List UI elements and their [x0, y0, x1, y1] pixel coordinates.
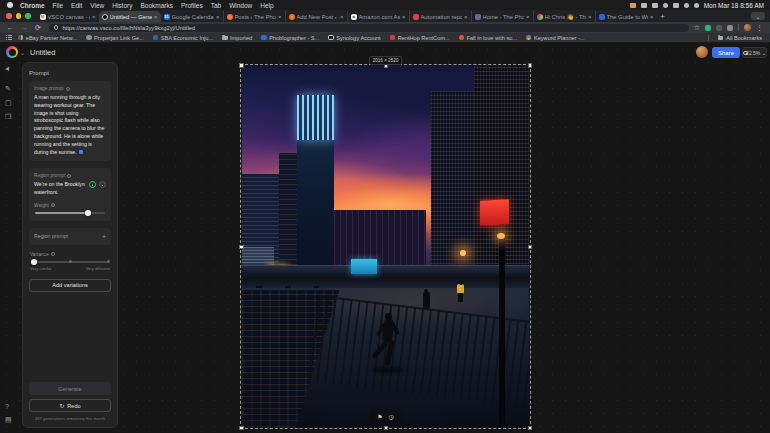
- tab-add-new-post[interactable]: Add New Post ‹ The Phoblo... ×: [285, 11, 347, 22]
- zoom-control[interactable]: 22.5% ⌄: [742, 47, 767, 58]
- chrome-menu-icon[interactable]: ⋮: [756, 24, 763, 32]
- bluetooth-icon[interactable]: [663, 3, 668, 8]
- bookmark-synology[interactable]: Synology Account: [328, 35, 380, 41]
- bookmark-properjan[interactable]: Properjan Link Ge...: [86, 35, 144, 41]
- chevron-down-icon[interactable]: ⌄: [20, 49, 25, 56]
- cursor-tool-icon[interactable]: ➤: [3, 64, 13, 73]
- share-button[interactable]: Share: [712, 47, 740, 58]
- tab-close-icon[interactable]: ×: [92, 14, 96, 20]
- bookmark-renthop[interactable]: RentHop RentCom...: [390, 35, 450, 41]
- tab-close-icon[interactable]: ×: [216, 14, 220, 20]
- resize-handle[interactable]: [384, 426, 389, 431]
- extension-icon[interactable]: [716, 25, 722, 31]
- battery-icon[interactable]: [652, 3, 658, 8]
- profile-avatar[interactable]: [744, 24, 751, 31]
- control-center-icon[interactable]: [694, 3, 699, 8]
- back-icon[interactable]: ←: [7, 24, 14, 31]
- apps-grid-icon[interactable]: [6, 35, 12, 41]
- user-avatar[interactable]: [696, 46, 708, 58]
- resize-handle[interactable]: [528, 426, 533, 431]
- tab-close-icon[interactable]: ×: [278, 14, 282, 20]
- history-icon[interactable]: ◷: [389, 413, 394, 420]
- menu-edit[interactable]: Edit: [71, 2, 82, 9]
- tab-amazon-associates[interactable]: a Amazon.com Associates Ce... ×: [347, 11, 409, 22]
- tab-home-phoblographer[interactable]: Home - The Phoblographer ... ×: [471, 11, 533, 22]
- weight-slider[interactable]: [35, 212, 105, 214]
- extension-icon[interactable]: [727, 25, 733, 31]
- tab-reporting[interactable]: Automation reporting syste... ×: [409, 11, 471, 22]
- variance-slider[interactable]: [31, 261, 109, 263]
- menu-view[interactable]: View: [90, 2, 104, 9]
- tab-generative-canvas-active[interactable]: Untitled — Generative Canv... ×: [99, 11, 161, 22]
- menu-bookmarks[interactable]: Bookmarks: [140, 2, 173, 9]
- address-bar[interactable]: https://canvas.vsco.co/file/hNsIa3yy9kxg…: [49, 24, 689, 32]
- generate-button[interactable]: Generate: [29, 382, 111, 395]
- resize-handle[interactable]: [239, 63, 244, 68]
- flag-icon[interactable]: ⚑: [377, 413, 382, 420]
- minimize-window-button[interactable]: [16, 13, 22, 19]
- new-tab-button[interactable]: +: [657, 11, 669, 22]
- close-window-button[interactable]: [6, 13, 12, 19]
- shape-tool-icon[interactable]: ▢: [5, 99, 12, 107]
- tab-search-button[interactable]: ⌄: [751, 12, 765, 20]
- info-icon[interactable]: i: [51, 252, 55, 256]
- redo-button[interactable]: ↻ Redo: [29, 399, 111, 412]
- menu-chrome[interactable]: Chrome: [20, 2, 45, 9]
- menu-history[interactable]: History: [112, 2, 132, 9]
- resize-handle[interactable]: [239, 426, 244, 431]
- resize-handle[interactable]: [528, 245, 533, 250]
- tab-gmail[interactable]: M VSCO canvas - chrisgampat ×: [37, 11, 99, 22]
- all-bookmarks-button[interactable]: All Bookmarks: [708, 35, 770, 41]
- menu-window[interactable]: Window: [229, 2, 252, 9]
- menu-profiles[interactable]: Profiles: [181, 2, 203, 9]
- tab-guide-to-writing[interactable]: The Guide to Writing for Th... ×: [595, 11, 657, 22]
- site-info-icon[interactable]: [54, 25, 59, 30]
- enhance-icon[interactable]: [79, 150, 83, 154]
- bookmark-ebay[interactable]: eBay Partner Netw...: [18, 35, 77, 41]
- tab-close-icon[interactable]: ×: [402, 14, 406, 20]
- tab-close-icon[interactable]: ×: [464, 14, 468, 20]
- region-prompt-textarea[interactable]: We're on the Brooklyn waterfront.: [34, 181, 86, 197]
- plus-icon[interactable]: +: [102, 233, 106, 240]
- tab-hi-chris[interactable]: Hi Chris 👋 - The Phoblogra... ×: [533, 11, 595, 22]
- apple-logo-icon[interactable]: [7, 2, 13, 8]
- image-prompt-textarea[interactable]: A man running through a city wearing wor…: [34, 94, 106, 156]
- region-color-badge[interactable]: [89, 181, 96, 188]
- tab-posts[interactable]: Posts ‹ The Phoblographer — ×: [223, 11, 285, 22]
- document-title[interactable]: Untitled: [30, 48, 55, 57]
- bookmark-fall-in-love[interactable]: Fall in love with so...: [459, 35, 517, 41]
- layers-tool-icon[interactable]: ❐: [5, 113, 11, 121]
- tab-google-calendar[interactable]: 31 Google Calendar - Week of ... ×: [161, 11, 223, 22]
- menubar-clock[interactable]: Mon Mar 18 8:56 AM: [704, 2, 764, 9]
- screen-record-icon[interactable]: [630, 3, 636, 8]
- bookmark-sba[interactable]: SBA Economic Inju...: [153, 35, 213, 41]
- region-visibility-toggle[interactable]: [99, 181, 106, 188]
- vsco-canvas-logo[interactable]: [6, 46, 18, 58]
- resize-handle[interactable]: [239, 245, 244, 250]
- reload-icon[interactable]: ⟳: [35, 24, 41, 32]
- tab-close-icon[interactable]: ×: [588, 14, 592, 20]
- menu-tab[interactable]: Tab: [211, 2, 221, 9]
- tab-close-icon[interactable]: ×: [154, 14, 158, 20]
- menu-file[interactable]: File: [53, 2, 63, 9]
- bookmark-keyword-planner[interactable]: Keyword Planner -...: [526, 35, 585, 41]
- add-region-prompt-row[interactable]: Region prompt +: [29, 228, 111, 245]
- feedback-icon[interactable]: ▤: [5, 416, 12, 424]
- pencil-tool-icon[interactable]: ✎: [5, 85, 11, 93]
- bookmark-imported-folder[interactable]: Imported: [222, 35, 252, 41]
- help-icon[interactable]: ?: [5, 403, 9, 410]
- bookmark-star-icon[interactable]: ☆: [694, 24, 700, 32]
- extension-icon[interactable]: [705, 25, 711, 31]
- tab-close-icon[interactable]: ×: [526, 14, 530, 20]
- generated-image[interactable]: 2016 × 2520: [242, 66, 529, 427]
- tab-close-icon[interactable]: ×: [650, 14, 654, 20]
- display-icon[interactable]: [641, 3, 647, 8]
- resize-handle[interactable]: [528, 63, 533, 68]
- search-icon[interactable]: [684, 3, 689, 8]
- bookmark-phoblographer[interactable]: Phoblographer - S...: [261, 35, 319, 41]
- weight-slider-thumb[interactable]: [85, 210, 91, 216]
- info-icon[interactable]: i: [66, 87, 70, 91]
- forward-icon[interactable]: →: [21, 24, 28, 31]
- wifi-icon[interactable]: [673, 3, 679, 8]
- info-icon[interactable]: i: [67, 174, 71, 178]
